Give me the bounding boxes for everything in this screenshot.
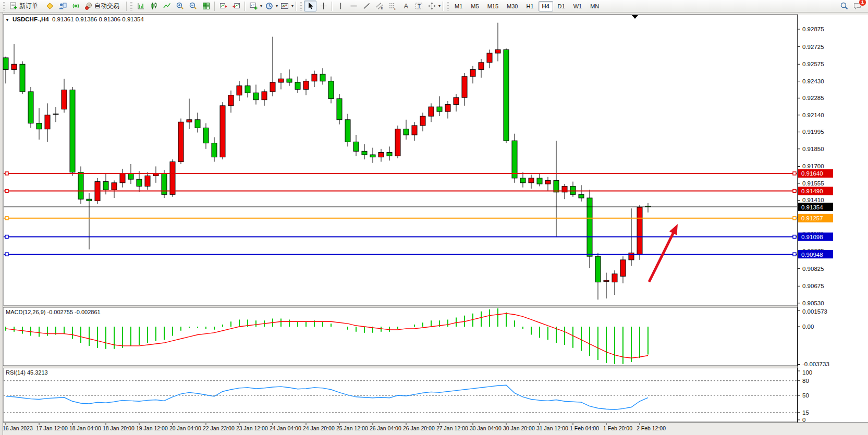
toolbar-grip[interactable] bbox=[447, 2, 449, 10]
text-tool-button[interactable]: A bbox=[399, 1, 412, 11]
vertical-line-tool-button[interactable] bbox=[334, 1, 347, 11]
timeframe-M15[interactable]: M15 bbox=[484, 1, 502, 11]
zoom-out-button[interactable] bbox=[187, 1, 199, 11]
timeframe-W1[interactable]: W1 bbox=[570, 1, 586, 11]
chevron-down-icon[interactable]: ▾ bbox=[291, 4, 294, 8]
tile-windows-button[interactable] bbox=[200, 1, 212, 11]
chart-ohlc: 0.91361 0.91386 0.91306 0.91354 bbox=[52, 16, 144, 22]
time-tick-label: 20 Jan 04:00 bbox=[169, 425, 201, 431]
fibonacci-tool-button[interactable]: F bbox=[386, 1, 399, 11]
period-clock-button[interactable] bbox=[263, 1, 275, 11]
time-tick-label: 16 Jan 2023 bbox=[3, 425, 33, 431]
search-button[interactable] bbox=[838, 1, 850, 11]
line-chart-button[interactable] bbox=[161, 1, 173, 11]
line-chart-icon bbox=[163, 2, 172, 10]
text-icon: A bbox=[401, 2, 410, 10]
line-handle[interactable] bbox=[5, 190, 8, 193]
crosshair-tool-button[interactable] bbox=[317, 1, 329, 11]
line-handle[interactable] bbox=[793, 190, 796, 193]
main-price-pane[interactable] bbox=[3, 15, 798, 305]
toolbar-separator bbox=[296, 2, 296, 11]
horizontal-line-tool-button[interactable] bbox=[347, 1, 360, 11]
svg-text:E: E bbox=[381, 7, 383, 10]
cursor-tool-button[interactable] bbox=[304, 1, 316, 11]
price-tick-label: 0.90530 bbox=[802, 300, 824, 306]
zoom-in-button[interactable] bbox=[174, 1, 186, 11]
timeframe-M1[interactable]: M1 bbox=[451, 1, 466, 11]
rsi-pane[interactable] bbox=[3, 368, 798, 422]
timeframe-M5[interactable]: M5 bbox=[467, 1, 482, 11]
chart-window[interactable]: 0.928750.927250.925750.924300.922850.921… bbox=[0, 13, 868, 435]
arrows-tool-button[interactable] bbox=[425, 1, 438, 11]
template-combo[interactable]: ▾ bbox=[278, 1, 294, 11]
channel-tool-button[interactable]: E bbox=[373, 1, 386, 11]
new-chart-combo[interactable]: ▾ bbox=[247, 1, 262, 11]
chevron-down-icon[interactable]: ▾ bbox=[260, 4, 262, 8]
new-order-icon bbox=[9, 2, 18, 10]
equidistant-channel-icon: E bbox=[375, 2, 384, 10]
time-tick-label: 22 Jan 23:00 bbox=[203, 425, 235, 431]
timeframe-D1[interactable]: D1 bbox=[554, 1, 569, 11]
shapes-combo[interactable]: ▾ bbox=[425, 1, 441, 11]
price-tick-label: 0.92430 bbox=[802, 78, 824, 84]
timeframe-H4[interactable]: H4 bbox=[539, 1, 553, 11]
crosshair-icon bbox=[319, 2, 328, 10]
time-tick-label: 23 Jan 12:00 bbox=[236, 425, 268, 431]
auto-scroll-button[interactable] bbox=[217, 1, 229, 11]
notifications[interactable]: 1 bbox=[851, 1, 863, 11]
fibonacci-icon: F bbox=[388, 2, 397, 10]
timeframe-H1[interactable]: H1 bbox=[522, 1, 537, 11]
time-tick-label: 31 Jan 12:00 bbox=[536, 425, 568, 431]
macd-axis-label: 0.001573 bbox=[802, 308, 827, 315]
line-handle[interactable] bbox=[5, 217, 8, 220]
auto-trading-button[interactable]: 自动交易 bbox=[82, 1, 124, 11]
chevron-down-icon[interactable]: ▾ bbox=[276, 4, 278, 8]
pane-separator[interactable] bbox=[3, 366, 868, 368]
toolbar-separator bbox=[126, 2, 127, 11]
timeframe-MN[interactable]: MN bbox=[586, 1, 603, 11]
chart-shift-button[interactable] bbox=[230, 1, 242, 11]
period-combo[interactable]: ▾ bbox=[263, 1, 278, 11]
bar-chart-button[interactable] bbox=[135, 1, 147, 11]
new-chart-button[interactable] bbox=[247, 1, 260, 11]
trendline-icon bbox=[362, 2, 371, 10]
price-tick-label: 0.91995 bbox=[802, 129, 824, 135]
line-handle[interactable] bbox=[793, 217, 796, 220]
text-label-tool-button[interactable]: T bbox=[412, 1, 425, 11]
template-icon bbox=[280, 2, 289, 10]
line-handle[interactable] bbox=[793, 235, 796, 238]
navigator-icon bbox=[71, 2, 80, 10]
chart-canvas[interactable]: 0.928750.927250.925750.924300.922850.921… bbox=[0, 13, 868, 435]
new-order-button[interactable]: 新订单 bbox=[7, 1, 43, 11]
data-window-button[interactable] bbox=[56, 1, 69, 11]
line-handle[interactable] bbox=[5, 253, 8, 256]
toolbar-separator bbox=[244, 2, 245, 11]
svg-text:0.91490: 0.91490 bbox=[801, 188, 823, 194]
line-handle[interactable] bbox=[5, 172, 8, 175]
toolbar-grip[interactable] bbox=[300, 2, 302, 10]
notification-badge[interactable]: 1 bbox=[859, 0, 866, 6]
toolbar-grip[interactable] bbox=[130, 2, 132, 10]
template-button[interactable] bbox=[278, 1, 291, 11]
navigator-button[interactable] bbox=[69, 1, 82, 11]
chart-menu-toggle[interactable]: ▼ bbox=[5, 18, 9, 22]
tile-windows-icon bbox=[202, 2, 211, 10]
line-handle[interactable] bbox=[5, 235, 8, 238]
time-tick-label: 26 Jan 04:00 bbox=[370, 425, 401, 431]
pane-separator[interactable] bbox=[3, 306, 868, 307]
time-tick-label: 30 Jan 20:00 bbox=[503, 425, 535, 431]
line-handle[interactable] bbox=[793, 172, 796, 175]
toolbar-separator bbox=[332, 2, 332, 11]
market-watch-button[interactable] bbox=[43, 1, 56, 11]
time-tick-label: 17 Jan 12:00 bbox=[36, 425, 68, 431]
candlestick-chart-button[interactable] bbox=[148, 1, 160, 11]
toolbar-grip[interactable] bbox=[3, 2, 5, 10]
chevron-down-icon[interactable]: ▾ bbox=[438, 4, 441, 8]
zoom-in-icon bbox=[176, 2, 185, 10]
trendline-tool-button[interactable] bbox=[360, 1, 373, 11]
time-tick-label: 1 Feb 04:00 bbox=[570, 425, 599, 431]
timeframe-M30[interactable]: M30 bbox=[503, 1, 521, 11]
chart-title: USDCHF-,H4 bbox=[13, 16, 49, 22]
svg-text:0.91354: 0.91354 bbox=[801, 204, 823, 210]
line-handle[interactable] bbox=[793, 253, 796, 256]
